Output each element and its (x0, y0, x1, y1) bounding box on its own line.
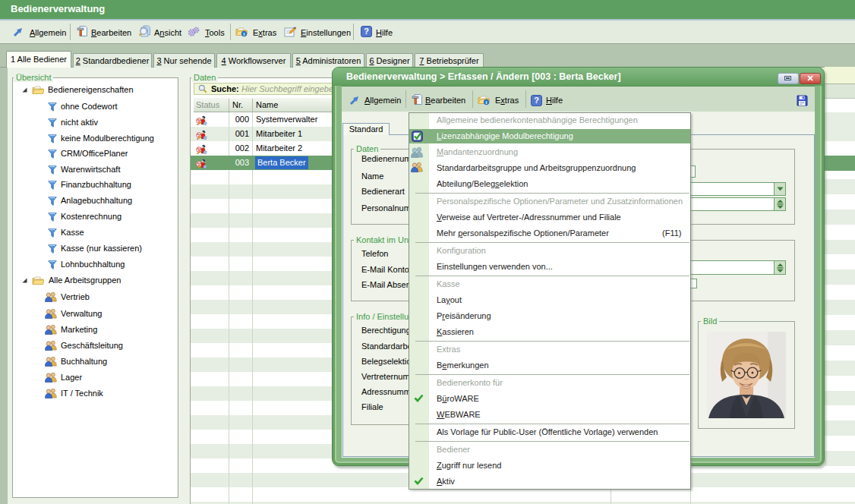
svg-text:?: ? (534, 96, 539, 105)
svg-text:?: ? (364, 27, 369, 36)
svg-text:i: i (244, 31, 245, 36)
svg-text:i: i (486, 99, 487, 105)
